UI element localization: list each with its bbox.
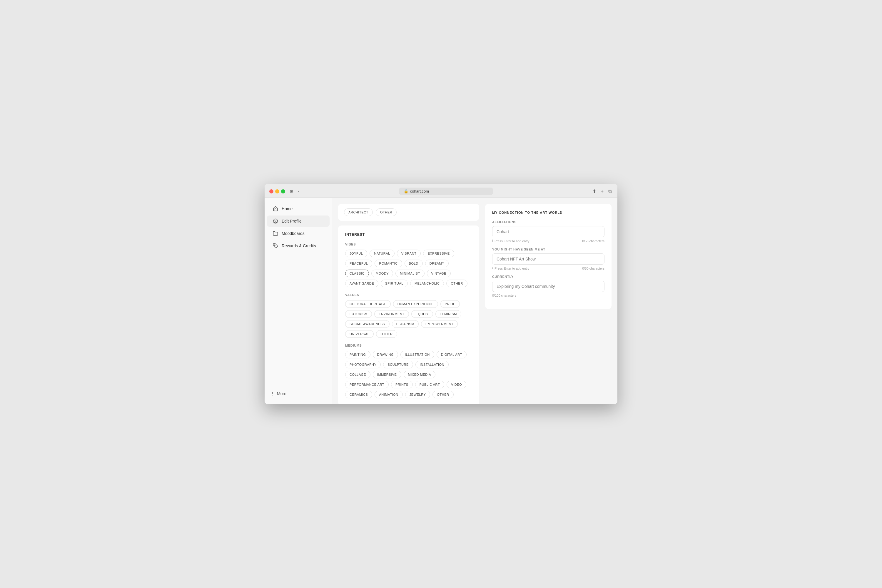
close-button[interactable] <box>269 189 273 194</box>
partial-top-card: ARCHITECT OTHER <box>338 204 479 221</box>
tag-feminism[interactable]: FEMINISM <box>435 310 461 318</box>
tag-equity[interactable]: EQUITY <box>411 310 433 318</box>
currently-char-count: 0/100 characters <box>492 294 516 297</box>
more-label: More <box>277 392 286 396</box>
tag-other-top[interactable]: OTHER <box>376 208 397 216</box>
browser-content: Home Edit Profile Moodboards <box>265 198 617 404</box>
left-panel: ARCHITECT OTHER INTEREST VIBES JOYFUL NA… <box>338 204 479 398</box>
tag-vintage[interactable]: VINTAGE <box>427 270 451 277</box>
edit-profile-label: Edit Profile <box>282 219 302 224</box>
interest-section-title: INTEREST <box>345 232 472 237</box>
seen-at-char-count: 0/50 characters <box>582 267 604 270</box>
lock-icon: 🔒 <box>404 189 408 194</box>
seen-at-hint: ℹ Press Enter to add entry 0/50 characte… <box>492 266 604 270</box>
main-content: ARCHITECT OTHER INTEREST VIBES JOYFUL NA… <box>332 198 617 404</box>
currently-input[interactable] <box>492 281 604 292</box>
tag-cultural-heritage[interactable]: CULTURAL HERITAGE <box>345 300 391 308</box>
tag-human-experience[interactable]: HUMAN EXPERIENCE <box>393 300 438 308</box>
tag-pride[interactable]: PRIDE <box>440 300 460 308</box>
url-input[interactable]: 🔒 cohart.com <box>399 188 493 195</box>
tag-jewelry[interactable]: JEWELRY <box>405 391 430 398</box>
tag-minimalist[interactable]: MINIMALIST <box>395 270 424 277</box>
maximize-button[interactable] <box>281 189 285 194</box>
affiliations-char-count: 0/50 characters <box>582 239 604 243</box>
svg-point-1 <box>275 220 276 221</box>
tag-other-mediums[interactable]: OTHER <box>432 391 453 398</box>
tag-melancholic[interactable]: MELANCHOLIC <box>410 280 444 287</box>
tag-joyful[interactable]: JOYFUL <box>345 250 367 257</box>
tag-spiritual[interactable]: SPIRITUAL <box>381 280 408 287</box>
connection-card: MY CONNECTION TO THE ART WORLD AFFILIATI… <box>485 204 612 309</box>
tag-universal[interactable]: UNIVERSAL <box>345 330 374 338</box>
back-button[interactable]: ‹ <box>297 188 301 195</box>
browser-window: ⊞ ‹ 🔒 cohart.com ⬆ + ⧉ Home <box>265 184 617 404</box>
tag-collage[interactable]: COLLAGE <box>345 371 370 378</box>
tag-animation[interactable]: ANIMATION <box>375 391 402 398</box>
home-icon <box>273 206 278 212</box>
tag-natural[interactable]: NATURAL <box>369 250 394 257</box>
info-icon-2: ℹ <box>492 266 494 270</box>
affiliations-input[interactable] <box>492 226 604 237</box>
tag-digital-art[interactable]: DIGITAL ART <box>436 351 466 358</box>
share-button[interactable]: ⬆ <box>591 187 597 195</box>
tag-illustration[interactable]: ILLUSTRATION <box>400 351 434 358</box>
tag-photography[interactable]: PHOTOGRAPHY <box>345 361 381 368</box>
svg-point-2 <box>274 244 275 246</box>
folder-icon <box>273 231 278 236</box>
currently-hint: 0/100 characters <box>492 294 604 297</box>
sidebar-item-rewards[interactable]: Rewards & Credits <box>267 240 330 251</box>
browser-toolbar-left: ⊞ ‹ <box>289 188 301 195</box>
tag-sculpture[interactable]: SCULPTURE <box>383 361 413 368</box>
tag-vibrant[interactable]: VIBRANT <box>397 250 421 257</box>
tag-escapism[interactable]: ESCAPISM <box>392 320 418 328</box>
moodboards-label: Moodboards <box>282 231 304 236</box>
vibes-label: VIBES <box>345 243 472 246</box>
interest-card: INTEREST VIBES JOYFUL NATURAL VIBRANT EX… <box>338 225 479 404</box>
tag-expressive[interactable]: EXPRESSIVE <box>423 250 454 257</box>
tag-romantic[interactable]: ROMANTIC <box>375 260 402 267</box>
tag-mixed-media[interactable]: MIXED MEDIA <box>404 371 436 378</box>
currently-label: CURRENTLY <box>492 275 604 278</box>
tag-other-values[interactable]: OTHER <box>376 330 397 338</box>
traffic-lights <box>269 189 285 194</box>
currently-group: CURRENTLY 0/100 characters <box>492 275 604 297</box>
tag-performance-art[interactable]: PERFORMANCE ART <box>345 381 388 388</box>
tag-painting[interactable]: PAINTING <box>345 351 370 358</box>
tag-drawing[interactable]: DRAWING <box>373 351 398 358</box>
url-text: cohart.com <box>410 189 429 194</box>
sidebar-toggle-button[interactable]: ⊞ <box>289 188 295 195</box>
tag-empowerment[interactable]: EMPOWERMENT <box>421 320 458 328</box>
tag-ceramics[interactable]: CERAMICS <box>345 391 372 398</box>
new-tab-button[interactable]: + <box>600 187 605 195</box>
tag-classic[interactable]: CLASSIC <box>345 270 369 277</box>
sidebar-item-moodboards[interactable]: Moodboards <box>267 228 330 239</box>
rewards-label: Rewards & Credits <box>282 243 316 248</box>
tag-icon <box>273 243 278 248</box>
tag-peaceful[interactable]: PEACEFUL <box>345 260 372 267</box>
sidebar: Home Edit Profile Moodboards <box>265 198 332 404</box>
tag-moody[interactable]: MOODY <box>371 270 393 277</box>
tag-futurism[interactable]: FUTURISM <box>345 310 372 318</box>
sidebar-more-button[interactable]: ⋮ More <box>265 388 332 399</box>
home-label: Home <box>282 206 292 211</box>
tag-installation[interactable]: INSTALLATION <box>416 361 448 368</box>
affiliations-group: AFFILIATIONS ℹ Press Enter to add entry … <box>492 220 604 243</box>
tag-environment[interactable]: ENVIRONMENT <box>374 310 409 318</box>
tabs-button[interactable]: ⧉ <box>607 187 613 195</box>
minimize-button[interactable] <box>275 189 279 194</box>
tag-architect[interactable]: ARCHITECT <box>344 208 373 216</box>
tag-social-awareness[interactable]: SOCIAL AWARENESS <box>345 320 390 328</box>
tag-prints[interactable]: PRINTS <box>391 381 413 388</box>
tag-dreamy[interactable]: DREAMY <box>425 260 448 267</box>
seen-at-input[interactable] <box>492 254 604 265</box>
tag-other-vibes[interactable]: OTHER <box>446 280 467 287</box>
sidebar-item-home[interactable]: Home <box>267 203 330 214</box>
tag-avant-garde[interactable]: AVANT GARDE <box>345 280 378 287</box>
tag-immersive[interactable]: IMMERSIVE <box>373 371 401 378</box>
tag-public-art[interactable]: PUBLIC ART <box>415 381 444 388</box>
sidebar-item-edit-profile[interactable]: Edit Profile <box>267 216 330 226</box>
browser-chrome: ⊞ ‹ 🔒 cohart.com ⬆ + ⧉ <box>265 184 617 198</box>
tag-bold[interactable]: BOLD <box>405 260 423 267</box>
tag-video[interactable]: VIDEO <box>447 381 466 388</box>
affiliations-hint: ℹ Press Enter to add entry 0/50 characte… <box>492 239 604 243</box>
